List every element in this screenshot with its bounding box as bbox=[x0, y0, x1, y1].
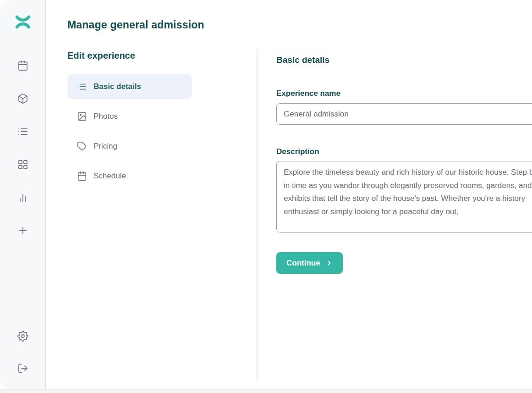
calendar-icon bbox=[77, 171, 87, 181]
nav-item-label: Pricing bbox=[93, 142, 117, 151]
main-content: Manage general admission Edit experience… bbox=[47, 0, 532, 389]
bottom-strip bbox=[0, 389, 532, 393]
gear-icon[interactable] bbox=[17, 331, 28, 342]
nav-item-schedule[interactable]: Schedule bbox=[67, 164, 192, 188]
panel-divider bbox=[257, 49, 258, 381]
nav-list: Basic details Photos Pricing Schedule bbox=[67, 74, 192, 188]
description-label: Description bbox=[276, 147, 319, 156]
nav-item-label: Basic details bbox=[93, 82, 141, 91]
continue-button-label: Continue bbox=[286, 259, 320, 268]
form-section-title: Basic details bbox=[276, 55, 329, 65]
logout-icon[interactable] bbox=[17, 363, 28, 374]
nav-item-pricing[interactable]: Pricing bbox=[67, 134, 192, 159]
nav-item-basic-details[interactable]: Basic details bbox=[67, 74, 192, 99]
grid-icon[interactable] bbox=[17, 159, 28, 170]
experience-name-label: Experience name bbox=[276, 89, 340, 98]
plus-icon[interactable] bbox=[17, 225, 28, 236]
chevron-right-icon bbox=[326, 260, 333, 266]
continue-button[interactable]: Continue bbox=[276, 252, 343, 274]
image-icon bbox=[77, 111, 87, 122]
app-sidebar bbox=[0, 0, 46, 389]
experience-name-input[interactable] bbox=[276, 103, 532, 125]
description-textarea[interactable]: Explore the timeless beauty and rich his… bbox=[276, 161, 532, 232]
bar-chart-icon[interactable] bbox=[17, 192, 28, 203]
sidebar-footer bbox=[17, 331, 28, 374]
tag-icon bbox=[77, 141, 87, 151]
package-icon[interactable] bbox=[17, 93, 28, 104]
nav-panel-title: Edit experience bbox=[67, 50, 192, 61]
basic-details-form: Basic details Experience name Descriptio… bbox=[276, 0, 532, 389]
nav-item-photos[interactable]: Photos bbox=[67, 104, 192, 129]
nav-item-label: Photos bbox=[93, 112, 118, 121]
sidebar-nav bbox=[17, 60, 28, 236]
list-icon bbox=[77, 82, 87, 92]
edit-experience-panel: Edit experience Basic details Photos P bbox=[67, 50, 192, 194]
list-icon[interactable] bbox=[17, 126, 28, 137]
calendar-icon[interactable] bbox=[17, 60, 28, 71]
nav-item-label: Schedule bbox=[93, 172, 126, 181]
xola-logo-icon[interactable] bbox=[15, 15, 31, 29]
